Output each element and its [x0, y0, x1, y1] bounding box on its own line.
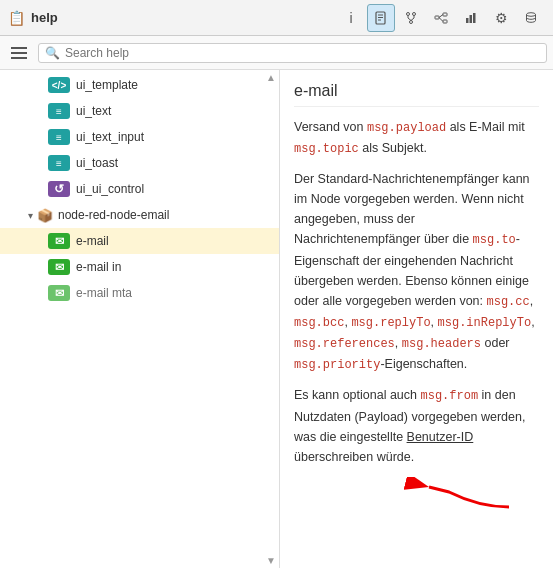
node-badge: ≡ [48, 103, 70, 119]
code-msg-inReplyTo: msg.inReplyTo [438, 316, 532, 330]
title-bar-left: 📋 help [8, 10, 337, 26]
window-title: help [31, 10, 58, 25]
code-msg-replyTo: msg.replyTo [351, 316, 430, 330]
item-label: e-mail [76, 234, 109, 248]
code-msg-headers: msg.headers [402, 337, 481, 351]
left-panel: </> ui_template ≡ ui_text ≡ ui_text_inpu… [0, 70, 280, 568]
svg-line-10 [411, 18, 414, 21]
benutzer-id-text: Benutzer-ID [407, 430, 474, 444]
svg-line-9 [408, 18, 411, 21]
node-badge: ≡ [48, 155, 70, 171]
node-badge: ✉ [48, 233, 70, 249]
item-label: ui_ui_control [76, 182, 144, 196]
help-icon: 📋 [8, 10, 25, 26]
help-paragraph-3: Es kann optional auch msg.from in den Nu… [294, 385, 539, 466]
list-item[interactable]: ≡ ui_text [0, 98, 279, 124]
folder-label: node-red-node-email [58, 208, 169, 222]
db-button[interactable] [517, 4, 545, 32]
item-label: e-mail in [76, 260, 121, 274]
search-bar: 🔍 [0, 36, 553, 70]
list-item-email-in[interactable]: ✉ e-mail in [0, 254, 279, 280]
help-paragraph-1: Versand von msg.payload als E-Mail mit m… [294, 117, 539, 159]
main-area: </> ui_template ≡ ui_text ≡ ui_text_inpu… [0, 70, 553, 568]
item-label: e-mail mta [76, 286, 132, 300]
search-icon: 🔍 [45, 46, 60, 60]
svg-rect-12 [443, 13, 447, 16]
code-msg-payload: msg.payload [367, 121, 446, 135]
svg-point-6 [410, 20, 413, 23]
svg-line-15 [439, 17, 443, 21]
svg-rect-13 [443, 20, 447, 23]
search-input[interactable] [65, 46, 540, 60]
code-msg-to: msg.to [473, 233, 516, 247]
right-panel: e-mail Versand von msg.payload als E-Mai… [280, 70, 553, 568]
item-label: ui_text_input [76, 130, 144, 144]
code-msg-priority: msg.priority [294, 358, 380, 372]
svg-rect-16 [466, 18, 469, 23]
list-item-email-mta[interactable]: ✉ e-mail mta [0, 280, 279, 306]
svg-rect-20 [11, 47, 27, 49]
caret-icon: ▾ [28, 210, 33, 221]
node-badge: ≡ [48, 129, 70, 145]
list-item[interactable]: ≡ ui_toast [0, 150, 279, 176]
svg-rect-22 [11, 57, 27, 59]
list-item[interactable]: ↺ ui_ui_control [0, 176, 279, 202]
title-bar: 📋 help i [0, 0, 553, 36]
svg-point-19 [527, 12, 536, 16]
item-label: ui_template [76, 78, 138, 92]
folder-item[interactable]: ▾ 📦 node-red-node-email [0, 202, 279, 228]
svg-line-14 [439, 14, 443, 17]
node-badge: </> [48, 77, 70, 93]
help-paragraph-2: Der Standard-Nachrichtenempfänger kann i… [294, 169, 539, 375]
svg-point-4 [407, 12, 410, 15]
scroll-down-arrow: ▼ [266, 555, 276, 566]
code-msg-topic: msg.topic [294, 142, 359, 156]
code-msg-references: msg.references [294, 337, 395, 351]
node-badge: ✉ [48, 285, 70, 301]
hamburger-button[interactable] [6, 40, 32, 66]
search-input-wrap: 🔍 [38, 43, 547, 63]
item-label: ui_toast [76, 156, 118, 170]
svg-point-5 [413, 12, 416, 15]
help-title: e-mail [294, 82, 539, 107]
node-badge: ↺ [48, 181, 70, 197]
svg-rect-18 [473, 13, 476, 23]
svg-rect-21 [11, 52, 27, 54]
item-label: ui_text [76, 104, 111, 118]
fork-button[interactable] [397, 4, 425, 32]
svg-rect-17 [470, 15, 473, 23]
tree-list: </> ui_template ≡ ui_text ≡ ui_text_inpu… [0, 70, 279, 308]
arrow-svg [399, 477, 519, 517]
document-button[interactable] [367, 4, 395, 32]
code-msg-cc: msg.cc [487, 295, 530, 309]
hierarchy-button[interactable] [427, 4, 455, 32]
node-badge: ✉ [48, 259, 70, 275]
folder-icon: 📦 [37, 208, 53, 223]
list-item-email[interactable]: ✉ e-mail [0, 228, 279, 254]
toolbar-buttons: i [337, 4, 545, 32]
list-item[interactable]: ≡ ui_text_input [0, 124, 279, 150]
code-msg-bcc: msg.bcc [294, 316, 344, 330]
settings-button[interactable]: ⚙ [487, 4, 515, 32]
svg-rect-11 [435, 16, 439, 19]
list-item[interactable]: </> ui_template [0, 72, 279, 98]
arrow-annotation [294, 477, 539, 517]
chart-button[interactable] [457, 4, 485, 32]
code-msg-from: msg.from [420, 389, 478, 403]
info-button[interactable]: i [337, 4, 365, 32]
